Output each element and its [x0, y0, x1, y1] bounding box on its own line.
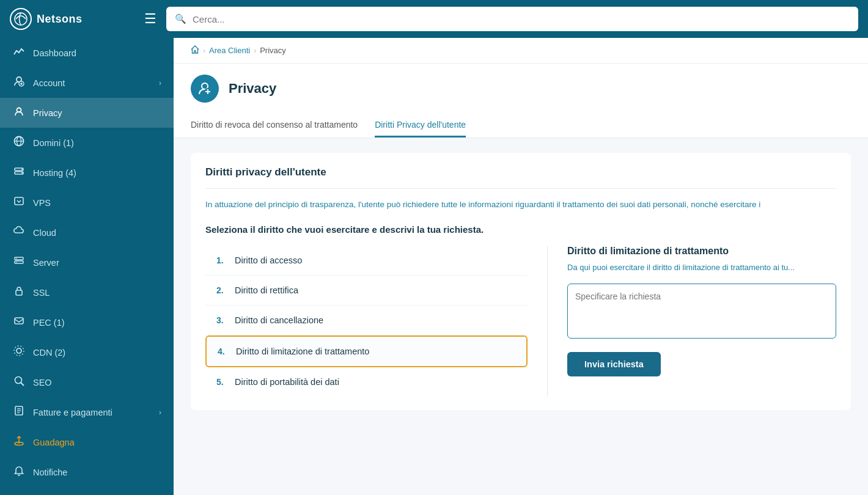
sidebar-item-cloud[interactable]: Cloud — [0, 218, 174, 248]
send-button[interactable]: Invia richiesta — [567, 352, 661, 376]
svg-point-15 — [16, 258, 17, 259]
right-item-2[interactable]: 2. Diritto di rettifica — [205, 276, 528, 306]
sidebar-item-dashboard[interactable]: Dashboard — [0, 38, 174, 68]
right-panel: Diritto di limitazione di trattamento Da… — [567, 246, 836, 397]
svg-rect-17 — [16, 290, 22, 295]
search-input[interactable] — [193, 14, 850, 24]
search-icon: 🔍 — [175, 13, 186, 24]
chart-icon — [12, 46, 26, 60]
sidebar-item-dashboard-label: Dashboard — [33, 48, 161, 58]
select-label: Seleziona il diritto che vuoi esercitare… — [205, 224, 836, 235]
hamburger-button[interactable]: ☰ — [144, 11, 156, 27]
sidebar-item-fatture[interactable]: Fatture e pagamenti › — [0, 397, 174, 427]
account-icon — [12, 76, 26, 90]
right-item-2-num: 2. — [216, 285, 229, 295]
page-header: Privacy Diritto di revoca del consenso a… — [174, 64, 868, 138]
right-item-1[interactable]: 1. Diritto di accesso — [205, 246, 528, 276]
guadagna-icon — [12, 435, 26, 449]
home-icon[interactable] — [191, 45, 199, 56]
vps-icon — [12, 196, 26, 210]
right-panel-title: Diritto di limitazione di trattamento — [567, 246, 836, 257]
globe-icon — [12, 136, 26, 150]
right-item-4[interactable]: 4. Diritto di limitazione di trattamento — [205, 336, 528, 367]
breadcrumb-sep-1: › — [203, 46, 205, 55]
sidebar-item-account[interactable]: Account › — [0, 68, 174, 98]
page-title: Privacy — [229, 81, 276, 97]
right-item-1-num: 1. — [216, 255, 229, 265]
sidebar-item-seo-label: SEO — [33, 378, 161, 387]
sidebar-item-cdn-label: CDN (2) — [33, 348, 161, 358]
svg-point-19 — [17, 348, 21, 353]
svg-rect-18 — [15, 318, 23, 324]
right-item-5-label: Diritto di portabilità dei dati — [235, 377, 339, 387]
breadcrumb-current: Privacy — [260, 46, 286, 55]
content-card: Diritti privacy dell'utente In attuazion… — [191, 153, 851, 410]
sidebar-item-server[interactable]: Server — [0, 248, 174, 277]
sidebar-item-pec-label: PEC (1) — [33, 318, 161, 328]
sidebar-item-cloud-label: Cloud — [33, 228, 161, 238]
info-text: In attuazione del principio di trasparen… — [205, 199, 836, 211]
logo: Netsons — [10, 8, 83, 30]
sidebar-item-vps-label: VPS — [33, 198, 161, 208]
search-bar: 🔍 — [166, 7, 858, 31]
sidebar-item-account-label: Account — [33, 78, 152, 88]
sidebar-item-hosting-label: Hosting (4) — [33, 168, 161, 178]
right-item-5-num: 5. — [216, 377, 229, 387]
svg-rect-12 — [15, 197, 23, 205]
chevron-right-icon-fatture: › — [159, 408, 161, 417]
divider — [205, 188, 836, 189]
sidebar-item-ssl[interactable]: SSL — [0, 277, 174, 307]
vertical-divider — [547, 246, 548, 397]
sidebar-item-privacy-label: Privacy — [33, 108, 161, 118]
sidebar-item-domini-label: Domini (1) — [33, 138, 161, 148]
sidebar-item-cdn[interactable]: CDN (2) — [0, 337, 174, 367]
breadcrumb: › Area Clienti › Privacy — [174, 38, 868, 64]
svg-point-20 — [14, 346, 24, 356]
right-item-2-label: Diritto di rettifica — [235, 285, 298, 295]
tab-revoca[interactable]: Diritto di revoca del consenso al tratta… — [191, 114, 358, 138]
layout: Dashboard Account › Privacy Domini (1) — [0, 38, 868, 495]
logo-area: Netsons ☰ — [10, 8, 156, 30]
notifiche-icon — [12, 465, 26, 479]
topbar: Netsons ☰ 🔍 — [0, 0, 868, 38]
sidebar-item-domini[interactable]: Domini (1) — [0, 128, 174, 158]
hosting-icon — [12, 166, 26, 180]
pec-icon — [12, 315, 26, 329]
sidebar-item-vps[interactable]: VPS — [0, 188, 174, 218]
sidebar-item-fatture-label: Fatture e pagamenti — [33, 408, 152, 417]
fatture-icon — [12, 405, 26, 419]
tab-diritti[interactable]: Diritti Privacy dell'utente — [375, 114, 466, 138]
svg-rect-13 — [15, 257, 23, 260]
right-item-5[interactable]: 5. Diritto di portabilità dei dati — [205, 367, 528, 397]
right-item-3[interactable]: 3. Diritto di cancellazione — [205, 306, 528, 336]
right-item-3-num: 3. — [216, 315, 229, 325]
ssl-icon — [12, 285, 26, 299]
cdn-icon — [12, 345, 26, 359]
right-panel-desc: Da qui puoi esercitare il diritto di lim… — [567, 262, 836, 274]
breadcrumb-sep-2: › — [254, 46, 256, 55]
two-col-layout: 1. Diritto di accesso 2. Diritto di rett… — [205, 246, 836, 397]
breadcrumb-area-clienti[interactable]: Area Clienti — [209, 46, 250, 55]
privacy-icon — [12, 106, 26, 120]
seo-icon — [12, 375, 26, 389]
sidebar-item-server-label: Server — [33, 258, 161, 268]
svg-point-10 — [21, 169, 23, 170]
sidebar-item-seo[interactable]: SEO — [0, 367, 174, 397]
sidebar-item-pec[interactable]: PEC (1) — [0, 307, 174, 337]
sidebar-item-ssl-label: SSL — [33, 288, 161, 298]
rights-list: 1. Diritto di accesso 2. Diritto di rett… — [205, 246, 528, 397]
svg-point-21 — [15, 377, 22, 384]
svg-point-0 — [10, 9, 31, 29]
request-textarea[interactable] — [567, 284, 836, 339]
svg-point-16 — [16, 262, 17, 263]
sidebar-item-guadagna[interactable]: Guadagna — [0, 427, 174, 457]
right-item-1-label: Diritto di accesso — [235, 255, 302, 265]
chevron-right-icon: › — [159, 79, 161, 87]
server-icon — [12, 255, 26, 270]
sidebar-item-notifiche[interactable]: Notifiche — [0, 457, 174, 487]
sidebar-item-privacy[interactable]: Privacy — [0, 98, 174, 128]
sidebar-item-hosting[interactable]: Hosting (4) — [0, 158, 174, 188]
page-icon — [191, 75, 219, 103]
svg-rect-14 — [15, 261, 23, 263]
page-title-row: Privacy — [191, 75, 851, 103]
